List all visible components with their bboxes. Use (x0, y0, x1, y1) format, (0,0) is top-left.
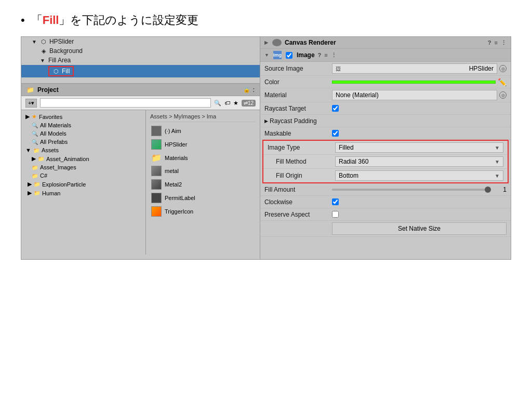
tree-favorites[interactable]: ▶ ★ Favorites (21, 112, 145, 121)
material-target[interactable]: ◎ (499, 91, 507, 99)
tree-explosion[interactable]: ▶ 📁 ExplosionParticle (21, 180, 145, 189)
asset-metal[interactable]: metal (150, 164, 256, 178)
fill-method-label: Fill Method (268, 158, 335, 165)
canvas-renderer-section: ▶ Canvas Renderer ? ≡ ⋮ (260, 37, 511, 49)
folder-csharp: 📁 (32, 173, 38, 179)
image-title: Image (297, 51, 315, 59)
raycast-padding-label: ▶ Raycast Padding (264, 117, 332, 125)
preserve-aspect-checkbox[interactable] (332, 211, 339, 218)
tree-label-allprefabs: All Prefabs (40, 139, 68, 145)
image-header: ▼ Img Image ? ≡ ⋮ (260, 49, 511, 62)
source-image-value: 🖼 HPSlider ◎ (332, 63, 507, 74)
prop-color: Color ✏️ (260, 76, 511, 88)
badge-count: ⇌12 (242, 100, 256, 107)
fill-amount-val: 1 (494, 186, 507, 193)
project-title: 📁 Project (26, 86, 59, 94)
search-icon-mat: 🔍 (32, 123, 38, 128)
hierarchy-label-fill: Fill (62, 68, 70, 75)
color-label: Color (264, 78, 332, 86)
asset-trigger[interactable]: TriggerIcon (150, 205, 256, 218)
left-panel: ▼ ⬡ HPSlider ◈ Background ▼ Fill Area ⬡ … (21, 37, 260, 259)
hierarchy-item-fill-selected[interactable]: ⬡ Fill (21, 65, 260, 77)
image-type-text: Filled (339, 144, 354, 151)
title-fill: Fill (43, 14, 59, 26)
tree-all-prefabs[interactable]: 🔍 All Prefabs (21, 138, 145, 146)
triangle-canvas: ▶ (264, 40, 268, 45)
project-tree: ▶ ★ Favorites 🔍 All Materials 🔍 All Mode… (21, 110, 146, 255)
hierarchy-item-hpslider[interactable]: ▼ ⬡ HPSlider (21, 37, 260, 46)
star-favorites: ★ (32, 113, 37, 120)
folder-images: 📁 (32, 165, 38, 170)
folder-materials-icon: 📁 (151, 153, 162, 163)
fill-method-arrow: ▼ (495, 159, 500, 165)
title-text: 「Fill」を下記のように設定変更 (31, 12, 199, 28)
asset-hpslider[interactable]: HPSlider (150, 138, 256, 151)
tree-human[interactable]: ▶ 📁 Human (21, 189, 145, 197)
maskable-checkbox[interactable] (332, 130, 339, 137)
assets-path: Assets > MyImages > Ima (150, 112, 256, 122)
asset-aim[interactable]: (·) Aim (150, 124, 256, 138)
more-icon-image[interactable]: ⋮ (331, 52, 337, 59)
prop-maskable: Maskable (260, 127, 511, 140)
image-enabled-checkbox[interactable] (286, 52, 292, 59)
hierarchy-item-background[interactable]: ◈ Background (21, 46, 260, 56)
slider-track (332, 189, 491, 191)
triangle-icon-2: ▼ (40, 58, 45, 63)
asset-materials[interactable]: 📁 Materials (150, 151, 256, 164)
asset-label-hpslider: HPSlider (165, 141, 187, 148)
tree-all-models[interactable]: 🔍 All Models (21, 129, 145, 138)
add-button[interactable]: +▾ (25, 99, 37, 108)
set-native-size-button[interactable]: Set Native Size (332, 222, 507, 235)
tree-assets[interactable]: ▼ 📁 Assets (21, 146, 145, 154)
asset-permit[interactable]: PermitLabel (150, 191, 256, 205)
tree-label-allmodels: All Models (40, 130, 66, 137)
more-icon-canvas[interactable]: ⋮ (501, 39, 507, 46)
fill-origin-label: Fill Origin (268, 172, 335, 179)
search-icon-pre: 🔍 (32, 139, 38, 145)
asset-metal2[interactable]: Metal2 (150, 178, 256, 191)
raycast-target-checkbox[interactable] (332, 105, 339, 112)
tree-asset-anim[interactable]: ▶ 📁 Asset_Animation (21, 154, 145, 163)
canvas-icons: ? ≡ ⋮ (488, 39, 507, 46)
image-type-field[interactable]: Filled ▼ (335, 142, 503, 153)
color-field[interactable] (332, 81, 496, 84)
fill-method-field[interactable]: Radial 360 ▼ (335, 156, 503, 167)
triangle-raycast[interactable]: ▶ (264, 118, 268, 124)
tree-label-assets: Assets (42, 147, 59, 153)
help-icon-canvas[interactable]: ? (488, 39, 491, 46)
toolbar-separator: : (252, 86, 255, 94)
prop-source-image: Source Image 🖼 HPSlider ◎ (260, 62, 511, 76)
fill-method-text: Radial 360 (339, 158, 368, 165)
metal2-thumb (151, 179, 162, 190)
raycast-padding-text: Raycast Padding (270, 117, 317, 125)
color-picker-icon[interactable]: ✏️ (498, 78, 507, 86)
fill-origin-field[interactable]: Bottom ▼ (335, 170, 503, 181)
hierarchy-label-fillarea: Fill Area (48, 57, 71, 64)
aim-thumb (151, 126, 162, 136)
clockwise-checkbox[interactable] (332, 198, 339, 205)
settings-icon-image[interactable]: ≡ (324, 52, 327, 59)
source-image-target[interactable]: ◎ (499, 65, 507, 72)
tree-csharp[interactable]: 📁 C# (21, 171, 145, 180)
search-input[interactable] (40, 98, 210, 108)
hierarchy-section: ▼ ⬡ HPSlider ◈ Background ▼ Fill Area ⬡ … (21, 37, 260, 84)
hierarchy-label-background: Background (49, 47, 83, 55)
canvas-renderer-title: Canvas Renderer (285, 39, 485, 46)
material-field[interactable]: None (Material) (332, 90, 497, 100)
project-title-label: Project (37, 86, 59, 94)
hierarchy-item-fillarea[interactable]: ▼ Fill Area (21, 56, 260, 65)
image-section: ▼ Img Image ? ≡ ⋮ Source Image 🖼 HPSlide… (260, 49, 511, 259)
tree-all-materials[interactable]: 🔍 All Materials (21, 121, 145, 129)
source-image-icon: 🖼 (336, 66, 341, 72)
clockwise-value (332, 198, 507, 205)
tag-icon: 🏷 (224, 100, 230, 106)
cube-icon-fill: ⬡ (52, 68, 60, 75)
settings-icon-canvas[interactable]: ≡ (495, 39, 498, 46)
help-icon-image[interactable]: ? (318, 52, 322, 59)
fill-origin-text: Bottom (339, 172, 358, 179)
selected-box: ⬡ Fill (48, 66, 74, 76)
assets-panel: Assets > MyImages > Ima (·) Aim HPSlider… (146, 110, 260, 255)
source-image-field[interactable]: 🖼 HPSlider (332, 63, 497, 74)
fill-amount-slider[interactable]: 1 (332, 186, 507, 193)
tree-asset-images[interactable]: 📁 Asset_Images (21, 163, 145, 171)
